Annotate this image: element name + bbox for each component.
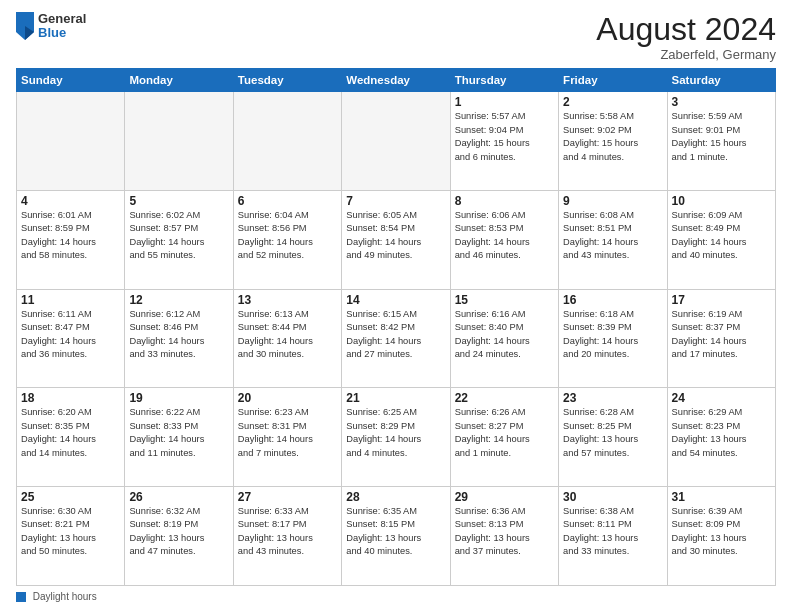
logo-text: General Blue <box>38 12 86 41</box>
day-number: 19 <box>129 391 228 405</box>
day-number: 22 <box>455 391 554 405</box>
calendar-cell-w5-d5: 29Sunrise: 6:36 AM Sunset: 8:13 PM Dayli… <box>450 486 558 585</box>
col-tuesday: Tuesday <box>233 69 341 92</box>
calendar-cell-w1-d5: 1Sunrise: 5:57 AM Sunset: 9:04 PM Daylig… <box>450 92 558 191</box>
day-number: 21 <box>346 391 445 405</box>
col-wednesday: Wednesday <box>342 69 450 92</box>
day-info: Sunrise: 5:57 AM Sunset: 9:04 PM Dayligh… <box>455 110 554 164</box>
day-info: Sunrise: 6:16 AM Sunset: 8:40 PM Dayligh… <box>455 308 554 362</box>
calendar-cell-w1-d6: 2Sunrise: 5:58 AM Sunset: 9:02 PM Daylig… <box>559 92 667 191</box>
day-info: Sunrise: 6:15 AM Sunset: 8:42 PM Dayligh… <box>346 308 445 362</box>
calendar-cell-w1-d3 <box>233 92 341 191</box>
day-number: 29 <box>455 490 554 504</box>
calendar-cell-w3-d7: 17Sunrise: 6:19 AM Sunset: 8:37 PM Dayli… <box>667 289 775 388</box>
calendar-cell-w4-d2: 19Sunrise: 6:22 AM Sunset: 8:33 PM Dayli… <box>125 388 233 487</box>
day-number: 30 <box>563 490 662 504</box>
calendar-cell-w2-d3: 6Sunrise: 6:04 AM Sunset: 8:56 PM Daylig… <box>233 190 341 289</box>
calendar-week-3: 11Sunrise: 6:11 AM Sunset: 8:47 PM Dayli… <box>17 289 776 388</box>
day-number: 23 <box>563 391 662 405</box>
day-info: Sunrise: 6:38 AM Sunset: 8:11 PM Dayligh… <box>563 505 662 559</box>
calendar-cell-w4-d6: 23Sunrise: 6:28 AM Sunset: 8:25 PM Dayli… <box>559 388 667 487</box>
calendar-cell-w4-d4: 21Sunrise: 6:25 AM Sunset: 8:29 PM Dayli… <box>342 388 450 487</box>
day-info: Sunrise: 5:58 AM Sunset: 9:02 PM Dayligh… <box>563 110 662 164</box>
day-number: 31 <box>672 490 771 504</box>
day-info: Sunrise: 6:19 AM Sunset: 8:37 PM Dayligh… <box>672 308 771 362</box>
footer: Daylight hours <box>16 591 776 602</box>
calendar-cell-w3-d2: 12Sunrise: 6:12 AM Sunset: 8:46 PM Dayli… <box>125 289 233 388</box>
calendar-week-2: 4Sunrise: 6:01 AM Sunset: 8:59 PM Daylig… <box>17 190 776 289</box>
day-info: Sunrise: 6:11 AM Sunset: 8:47 PM Dayligh… <box>21 308 120 362</box>
day-number: 25 <box>21 490 120 504</box>
calendar-cell-w2-d4: 7Sunrise: 6:05 AM Sunset: 8:54 PM Daylig… <box>342 190 450 289</box>
day-number: 11 <box>21 293 120 307</box>
location-subtitle: Zaberfeld, Germany <box>596 47 776 62</box>
day-number: 18 <box>21 391 120 405</box>
day-info: Sunrise: 6:02 AM Sunset: 8:57 PM Dayligh… <box>129 209 228 263</box>
calendar-table: Sunday Monday Tuesday Wednesday Thursday… <box>16 68 776 585</box>
day-number: 15 <box>455 293 554 307</box>
calendar-week-5: 25Sunrise: 6:30 AM Sunset: 8:21 PM Dayli… <box>17 486 776 585</box>
day-number: 12 <box>129 293 228 307</box>
day-info: Sunrise: 6:05 AM Sunset: 8:54 PM Dayligh… <box>346 209 445 263</box>
day-info: Sunrise: 6:08 AM Sunset: 8:51 PM Dayligh… <box>563 209 662 263</box>
weekday-header-row: Sunday Monday Tuesday Wednesday Thursday… <box>17 69 776 92</box>
col-friday: Friday <box>559 69 667 92</box>
calendar-cell-w5-d7: 31Sunrise: 6:39 AM Sunset: 8:09 PM Dayli… <box>667 486 775 585</box>
calendar-cell-w2-d2: 5Sunrise: 6:02 AM Sunset: 8:57 PM Daylig… <box>125 190 233 289</box>
day-number: 20 <box>238 391 337 405</box>
day-info: Sunrise: 6:28 AM Sunset: 8:25 PM Dayligh… <box>563 406 662 460</box>
calendar-cell-w5-d3: 27Sunrise: 6:33 AM Sunset: 8:17 PM Dayli… <box>233 486 341 585</box>
day-info: Sunrise: 6:12 AM Sunset: 8:46 PM Dayligh… <box>129 308 228 362</box>
day-info: Sunrise: 6:18 AM Sunset: 8:39 PM Dayligh… <box>563 308 662 362</box>
day-info: Sunrise: 6:30 AM Sunset: 8:21 PM Dayligh… <box>21 505 120 559</box>
day-info: Sunrise: 6:06 AM Sunset: 8:53 PM Dayligh… <box>455 209 554 263</box>
footer-label: Daylight hours <box>33 591 97 602</box>
calendar-cell-w2-d5: 8Sunrise: 6:06 AM Sunset: 8:53 PM Daylig… <box>450 190 558 289</box>
calendar-cell-w2-d6: 9Sunrise: 6:08 AM Sunset: 8:51 PM Daylig… <box>559 190 667 289</box>
day-info: Sunrise: 6:25 AM Sunset: 8:29 PM Dayligh… <box>346 406 445 460</box>
logo-general-text: General <box>38 12 86 26</box>
title-block: August 2024 Zaberfeld, Germany <box>596 12 776 62</box>
day-info: Sunrise: 6:01 AM Sunset: 8:59 PM Dayligh… <box>21 209 120 263</box>
calendar-cell-w3-d3: 13Sunrise: 6:13 AM Sunset: 8:44 PM Dayli… <box>233 289 341 388</box>
day-info: Sunrise: 6:32 AM Sunset: 8:19 PM Dayligh… <box>129 505 228 559</box>
calendar-cell-w4-d7: 24Sunrise: 6:29 AM Sunset: 8:23 PM Dayli… <box>667 388 775 487</box>
month-title: August 2024 <box>596 12 776 47</box>
calendar-cell-w2-d1: 4Sunrise: 6:01 AM Sunset: 8:59 PM Daylig… <box>17 190 125 289</box>
day-info: Sunrise: 5:59 AM Sunset: 9:01 PM Dayligh… <box>672 110 771 164</box>
col-thursday: Thursday <box>450 69 558 92</box>
day-number: 9 <box>563 194 662 208</box>
logo-blue-text: Blue <box>38 26 86 40</box>
calendar-cell-w1-d1 <box>17 92 125 191</box>
day-number: 6 <box>238 194 337 208</box>
calendar-cell-w5-d4: 28Sunrise: 6:35 AM Sunset: 8:15 PM Dayli… <box>342 486 450 585</box>
calendar-cell-w3-d4: 14Sunrise: 6:15 AM Sunset: 8:42 PM Dayli… <box>342 289 450 388</box>
calendar-cell-w3-d6: 16Sunrise: 6:18 AM Sunset: 8:39 PM Dayli… <box>559 289 667 388</box>
calendar-cell-w3-d1: 11Sunrise: 6:11 AM Sunset: 8:47 PM Dayli… <box>17 289 125 388</box>
day-info: Sunrise: 6:29 AM Sunset: 8:23 PM Dayligh… <box>672 406 771 460</box>
day-number: 1 <box>455 95 554 109</box>
day-info: Sunrise: 6:22 AM Sunset: 8:33 PM Dayligh… <box>129 406 228 460</box>
col-saturday: Saturday <box>667 69 775 92</box>
calendar-cell-w5-d2: 26Sunrise: 6:32 AM Sunset: 8:19 PM Dayli… <box>125 486 233 585</box>
day-number: 24 <box>672 391 771 405</box>
day-number: 27 <box>238 490 337 504</box>
calendar-cell-w5-d1: 25Sunrise: 6:30 AM Sunset: 8:21 PM Dayli… <box>17 486 125 585</box>
calendar-cell-w1-d7: 3Sunrise: 5:59 AM Sunset: 9:01 PM Daylig… <box>667 92 775 191</box>
day-number: 5 <box>129 194 228 208</box>
day-number: 13 <box>238 293 337 307</box>
header: General Blue August 2024 Zaberfeld, Germ… <box>16 12 776 62</box>
day-info: Sunrise: 6:23 AM Sunset: 8:31 PM Dayligh… <box>238 406 337 460</box>
col-sunday: Sunday <box>17 69 125 92</box>
day-number: 28 <box>346 490 445 504</box>
calendar-cell-w4-d1: 18Sunrise: 6:20 AM Sunset: 8:35 PM Dayli… <box>17 388 125 487</box>
day-info: Sunrise: 6:35 AM Sunset: 8:15 PM Dayligh… <box>346 505 445 559</box>
logo-icon <box>16 12 34 40</box>
calendar-cell-w1-d2 <box>125 92 233 191</box>
calendar-week-1: 1Sunrise: 5:57 AM Sunset: 9:04 PM Daylig… <box>17 92 776 191</box>
day-info: Sunrise: 6:20 AM Sunset: 8:35 PM Dayligh… <box>21 406 120 460</box>
page: General Blue August 2024 Zaberfeld, Germ… <box>0 0 792 612</box>
calendar-cell-w1-d4 <box>342 92 450 191</box>
day-number: 17 <box>672 293 771 307</box>
col-monday: Monday <box>125 69 233 92</box>
